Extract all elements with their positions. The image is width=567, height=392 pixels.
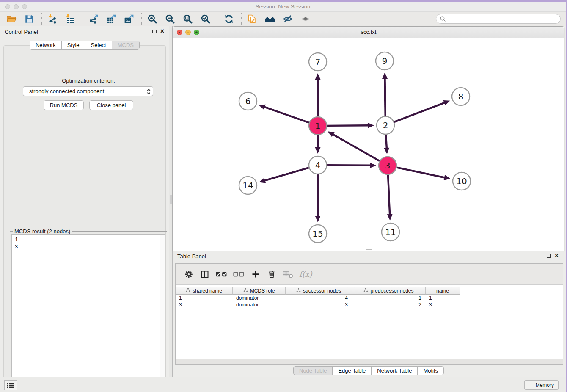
graph-node-6[interactable]: 6 (239, 92, 257, 110)
mcds-result-textarea[interactable]: 13 (11, 234, 165, 389)
close-window-icon[interactable]: × (177, 30, 182, 35)
save-session-icon[interactable] (23, 13, 36, 25)
tab-network-table[interactable]: Network Table (371, 366, 418, 375)
tab-node-table[interactable]: Node Table (293, 366, 333, 375)
edge-2-3[interactable] (386, 135, 387, 149)
tab-select[interactable]: Select (85, 41, 112, 50)
delete-column-trash-icon[interactable] (265, 268, 278, 281)
graph-node-15[interactable]: 15 (309, 225, 327, 243)
tab-motifs[interactable]: Motifs (417, 366, 444, 375)
table-cell[interactable]: 1 (176, 295, 233, 301)
select-all-checkboxes-icon[interactable] (215, 268, 229, 281)
column-header-successor-nodes[interactable]: successor nodes (286, 287, 352, 295)
edge-1-6[interactable] (264, 107, 309, 123)
edge-3-10[interactable] (397, 168, 446, 178)
show-all-icon[interactable] (299, 13, 312, 25)
import-table-icon[interactable] (64, 13, 77, 25)
toolbar-separator (83, 13, 83, 25)
table-row[interactable]: 1dominator411 (176, 295, 563, 301)
criterion-dropdown[interactable]: strongly connected component (23, 86, 153, 96)
column-header-shared-name[interactable]: shared name (176, 287, 233, 295)
graph-node-10[interactable]: 10 (453, 172, 471, 190)
column-header-MCDS-role[interactable]: MCDS role (233, 287, 286, 295)
open-session-icon[interactable] (5, 13, 18, 25)
graph-node-9[interactable]: 9 (376, 52, 394, 70)
float-window-icon[interactable] (547, 254, 551, 258)
column-header-predecessor-nodes[interactable]: predecessor nodes (352, 287, 426, 295)
refresh-layout-icon[interactable] (223, 13, 235, 25)
edge-3-11[interactable] (388, 175, 390, 215)
canvas-resize-grip[interactable] (366, 248, 372, 250)
table-cell[interactable]: 3 (176, 301, 233, 308)
edge-3-1[interactable] (332, 134, 380, 161)
create-column-plus-icon[interactable] (249, 268, 262, 281)
titlebar-minimize-button[interactable] (14, 4, 19, 9)
edge-4-14[interactable] (264, 168, 308, 181)
result-scrollbar[interactable] (160, 235, 165, 388)
column-header-name[interactable]: name (426, 287, 460, 295)
table-cell[interactable]: 1 (426, 295, 460, 301)
table-cell[interactable]: 1 (352, 295, 426, 301)
first-neighbors-icon[interactable] (264, 13, 276, 25)
graph-node-11[interactable]: 11 (382, 223, 399, 241)
search-input[interactable] (436, 14, 561, 24)
maximize-window-icon[interactable]: + (194, 30, 199, 35)
graph-node-7[interactable]: 7 (309, 53, 327, 71)
hide-selected-icon[interactable] (281, 13, 294, 25)
network-view-window: × − + scc.txt 7968124314101511 (173, 26, 564, 251)
panel-splitter (169, 26, 173, 377)
table-cell[interactable]: dominator (233, 301, 286, 308)
edge-1-2[interactable] (327, 125, 369, 126)
table-toolbar: f(x) (176, 264, 563, 285)
export-image-icon[interactable] (123, 13, 135, 25)
run-mcds-button[interactable]: Run MCDS (44, 100, 84, 110)
close-panel-button[interactable]: Close panel (89, 100, 133, 110)
tab-mcds[interactable]: MCDS (112, 41, 140, 50)
graph-node-4[interactable]: 4 (309, 156, 327, 174)
export-network-icon[interactable] (87, 13, 100, 25)
zoom-fit-icon[interactable] (182, 13, 194, 25)
titlebar-close-button[interactable] (5, 4, 10, 9)
close-panel-icon[interactable]: × (160, 28, 164, 35)
search-icon (440, 16, 446, 24)
new-network-from-selection-icon[interactable] (246, 13, 259, 25)
splitter-handle[interactable] (170, 195, 172, 204)
table-cell[interactable]: 3 (426, 301, 460, 308)
show-columns-icon[interactable] (198, 268, 211, 281)
memory-button[interactable]: Memory (524, 380, 559, 390)
table-settings-gear-icon[interactable] (182, 268, 195, 281)
graph-node-3[interactable]: 3 (379, 157, 396, 174)
float-window-icon[interactable] (152, 30, 157, 33)
svg-text:15: 15 (312, 229, 323, 239)
titlebar-zoom-button[interactable] (22, 4, 27, 9)
tab-edge-table[interactable]: Edge Table (332, 366, 372, 375)
table-cell[interactable]: 2 (352, 301, 426, 308)
export-table-icon[interactable] (105, 13, 118, 25)
tab-network[interactable]: Network (30, 41, 62, 50)
import-network-icon[interactable] (46, 13, 59, 25)
task-history-button[interactable] (4, 380, 17, 390)
table-row[interactable]: 3dominator323 (176, 301, 563, 308)
edge-2-8[interactable] (394, 102, 446, 122)
network-graph[interactable]: 7968124314101511 (173, 38, 564, 251)
deselect-all-checkboxes-icon[interactable] (232, 268, 246, 281)
graph-node-8[interactable]: 8 (452, 88, 470, 105)
minimize-window-icon[interactable]: − (185, 30, 191, 35)
zoom-selected-icon[interactable] (199, 13, 212, 25)
status-bar: Memory (0, 377, 566, 392)
tab-style[interactable]: Style (61, 41, 85, 50)
edge-4-3[interactable] (327, 165, 371, 166)
close-panel-icon[interactable]: × (555, 252, 559, 259)
graph-node-1[interactable]: 1 (309, 117, 327, 135)
table-cell[interactable]: dominator (233, 295, 286, 301)
graph-node-14[interactable]: 14 (239, 177, 257, 194)
zoom-in-icon[interactable] (146, 13, 159, 25)
table-cell[interactable]: 4 (286, 295, 352, 301)
edge-2-9[interactable] (385, 77, 385, 116)
graph-node-2[interactable]: 2 (377, 116, 394, 134)
column-header-label: name (436, 288, 449, 294)
zoom-out-icon[interactable] (164, 13, 176, 25)
table-cell[interactable]: 3 (286, 301, 352, 308)
network-canvas[interactable]: 7968124314101511 (173, 38, 564, 251)
toolbar-separator (218, 13, 218, 25)
